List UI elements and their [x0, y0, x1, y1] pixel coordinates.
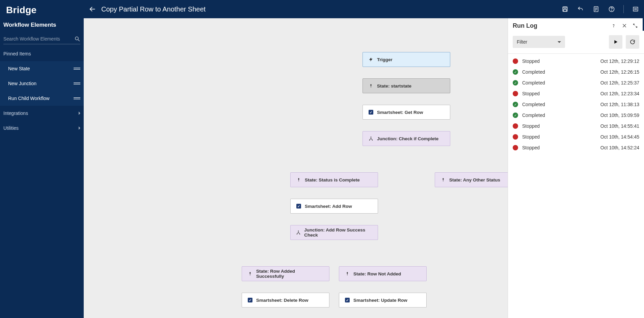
runlog-header: Run Log [508, 18, 644, 33]
logo: Bridge [0, 0, 84, 19]
nav-item-label: Integrations [3, 111, 28, 116]
node-label: Smartsheet: Add Row [305, 204, 352, 209]
runlog-timestamp: Oct 12th, 12:29:12 [600, 58, 639, 64]
play-button[interactable] [609, 35, 622, 49]
status-stop-icon [513, 91, 518, 96]
lightning-icon [368, 57, 374, 62]
runlog-timestamp: Oct 12th, 12:26:15 [600, 69, 639, 75]
svg-rect-34 [443, 178, 444, 180]
filter-label: Filter [517, 39, 527, 45]
runlog-status: Completed [522, 102, 559, 107]
svg-point-38 [299, 234, 300, 235]
runlog-help-icon[interactable] [610, 22, 618, 30]
expand-icon[interactable] [631, 22, 639, 30]
nav-utilities[interactable]: Utilities [0, 121, 84, 136]
node-state-row-added[interactable]: State: Row Added Successfully [242, 266, 329, 281]
node-trigger[interactable]: Trigger [363, 52, 450, 67]
svg-rect-12 [633, 7, 638, 11]
node-state-any-other[interactable]: State: Any Other Status [435, 172, 508, 187]
runlog-controls: Filter [508, 33, 644, 53]
svg-rect-4 [564, 7, 566, 8]
topbar-actions [561, 5, 639, 13]
node-delete-row[interactable]: Smartsheet: Delete Row [242, 293, 329, 308]
drag-handle-icon[interactable] [74, 82, 80, 85]
panel-toggle-icon[interactable] [632, 5, 639, 13]
undo-icon[interactable] [577, 5, 584, 13]
help-icon[interactable] [608, 5, 615, 13]
filter-select[interactable]: Filter [513, 36, 565, 48]
back-button[interactable] [88, 5, 97, 13]
workflow-canvas[interactable]: Trigger State: startstate Smartsheet: Ge… [84, 18, 508, 318]
junction-icon [368, 136, 374, 141]
svg-point-29 [371, 137, 371, 137]
svg-line-44 [623, 24, 626, 27]
runlog-status: Completed [522, 69, 559, 75]
refresh-button[interactable] [626, 35, 639, 49]
node-state-status-complete[interactable]: State: Status is Complete [290, 172, 378, 187]
node-label: State: Row Not Added [353, 271, 401, 276]
runlog-timestamp: Oct 10th, 14:55:41 [600, 123, 639, 129]
runlog-title: Run Log [513, 22, 537, 29]
runlog-row[interactable]: CompletedOct 12th, 12:25:37 [513, 77, 639, 88]
state-icon [345, 271, 350, 276]
node-junction-add-row-check[interactable]: Junction: Add Row Success Check [290, 225, 378, 240]
search-icon[interactable] [74, 36, 80, 42]
svg-point-43 [613, 27, 614, 27]
svg-point-11 [612, 10, 612, 11]
runlog-row[interactable]: StoppedOct 12th, 12:23:34 [513, 88, 639, 99]
svg-line-46 [634, 24, 635, 25]
topbar: Copy Partial Row to Another Sheet [84, 0, 644, 18]
svg-rect-28 [371, 86, 371, 88]
runlog-timestamp: Oct 10th, 15:09:59 [600, 113, 639, 118]
pinned-new-junction[interactable]: New Junction [0, 76, 84, 91]
node-startstate[interactable]: State: startstate [363, 78, 450, 93]
node-add-row[interactable]: Smartsheet: Add Row [290, 199, 378, 214]
svg-rect-5 [564, 9, 566, 11]
svg-rect-39 [249, 272, 250, 274]
notes-icon[interactable] [592, 5, 600, 13]
runlog-row[interactable]: CompletedOct 10th, 15:09:59 [513, 110, 639, 121]
status-stop-icon [513, 134, 518, 140]
node-label: State: startstate [377, 83, 411, 89]
chevron-right-icon [79, 112, 80, 115]
node-junction-check-complete[interactable]: Junction: Check if Complete [363, 131, 450, 146]
nav-item-label: Utilities [3, 125, 19, 131]
runlog-row[interactable]: CompletedOct 12th, 12:26:15 [513, 67, 639, 77]
runlog-row[interactable]: StoppedOct 10th, 14:55:41 [513, 121, 639, 131]
sidebar: Bridge Workflow Elements Pinned Items Ne… [0, 0, 84, 318]
runlog-status: Completed [522, 80, 559, 85]
pinned-new-state[interactable]: New State [0, 61, 84, 76]
state-icon [440, 177, 446, 182]
chevron-right-icon [79, 126, 80, 130]
node-state-row-not-added[interactable]: State: Row Not Added [339, 266, 427, 281]
node-get-row[interactable]: Smartsheet: Get Row [363, 105, 450, 120]
divider [623, 5, 624, 13]
pinned-item-label: New State [8, 66, 30, 71]
node-label: Smartsheet: Delete Row [256, 298, 308, 303]
runlog-status: Stopped [522, 91, 559, 96]
runlog-row[interactable]: StoppedOct 12th, 12:29:12 [513, 56, 639, 67]
search-input[interactable] [3, 36, 74, 42]
save-icon[interactable] [561, 5, 569, 13]
runlog-row[interactable]: StoppedOct 10th, 14:54:45 [513, 131, 639, 142]
runlog-status: Stopped [522, 123, 559, 129]
pinned-heading: Pinned Items [0, 46, 84, 61]
junction-icon [296, 230, 301, 235]
drag-handle-icon[interactable] [74, 67, 80, 70]
pinned-item-label: Run Child Workflow [8, 96, 50, 101]
drag-handle-icon[interactable] [74, 97, 80, 100]
pinned-run-child-workflow[interactable]: Run Child Workflow [0, 91, 84, 106]
runlog-row[interactable]: StoppedOct 10th, 14:52:24 [513, 142, 639, 153]
node-update-row[interactable]: Smartsheet: Update Row [339, 293, 427, 308]
status-stop-icon [513, 123, 518, 129]
svg-line-47 [636, 26, 637, 27]
close-icon[interactable] [620, 22, 628, 30]
nav-integrations[interactable]: Integrations [0, 106, 84, 121]
svg-line-45 [623, 24, 626, 27]
runlog-row[interactable]: CompletedOct 12th, 11:38:13 [513, 99, 639, 110]
runlog-status: Stopped [522, 58, 559, 64]
node-label: Smartsheet: Update Row [353, 298, 407, 303]
smartsheet-icon [345, 297, 350, 303]
search-wrapper [3, 34, 80, 44]
svg-rect-40 [250, 274, 250, 275]
